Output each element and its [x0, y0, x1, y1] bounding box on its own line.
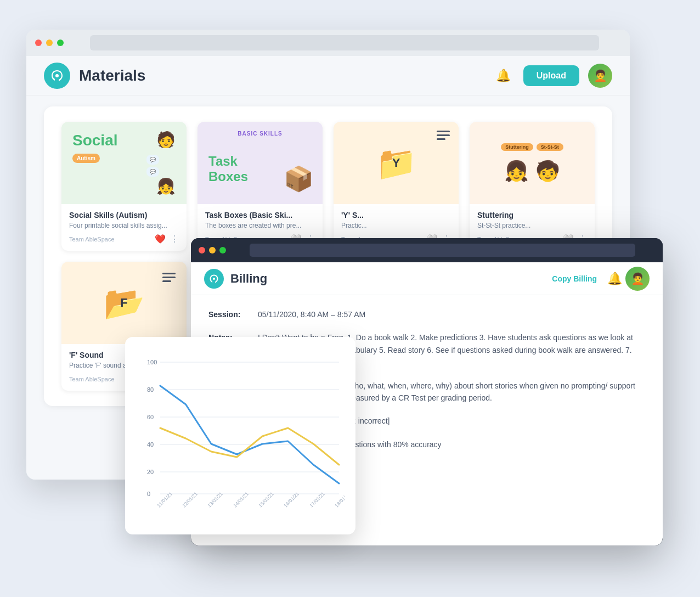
lines-decoration-f: [162, 273, 176, 282]
card-y-sound[interactable]: 📁 Y 'Y' S... Practic...: [334, 122, 459, 251]
card-task-image: BASIC SKILLS TaskBoxes 📦: [197, 122, 323, 204]
card-task-desc: The boxes are created with pre...: [205, 222, 315, 229]
card-social-desc: Four printable social skills assig...: [69, 222, 179, 229]
billing-title: Billing: [230, 272, 552, 286]
person2-emoji: 👧: [156, 177, 176, 195]
y-label-40: 40: [147, 441, 154, 448]
avatar-image: 🧑‍🦱: [594, 69, 607, 82]
face-avatars: 👧 🧒: [504, 160, 560, 183]
person1-emoji: 🧑: [156, 131, 176, 149]
app-logo: [44, 63, 70, 89]
app-header: Materials 🔔 Upload 🧑‍🦱: [26, 56, 630, 95]
card-speech-image: Stuttering St-St-St 👧 🧒: [470, 122, 595, 204]
traffic-light-yellow[interactable]: [46, 40, 53, 46]
upload-button[interactable]: Upload: [523, 65, 579, 86]
copy-billing-button[interactable]: Copy Billing: [552, 274, 597, 283]
user-avatar[interactable]: 🧑‍🦱: [588, 64, 612, 88]
more-options-button[interactable]: ⋮: [170, 234, 179, 244]
billing-logo: [204, 269, 224, 289]
chat-bubble2: 💬: [146, 167, 159, 177]
like-button[interactable]: ❤️: [155, 234, 166, 244]
billing-traffic-yellow[interactable]: [209, 247, 216, 254]
y-label-0: 0: [147, 491, 150, 497]
card-social-skills[interactable]: Social Autism 🧑 💬 💬 👧: [61, 122, 187, 251]
chart-svg: 100 80 60 40 20 0 11/01/21 12/01/21 13/0…: [136, 348, 345, 526]
autism-badge: Autism: [72, 154, 100, 163]
logo-icon: [49, 68, 65, 83]
y-illustration: 📁 Y: [334, 122, 459, 204]
billing-avatar[interactable]: 🧑‍🦱: [625, 267, 650, 291]
card-social-body: Social Skills (Autism) Four printable so…: [61, 204, 187, 251]
card-f-image: 📂 F: [61, 262, 187, 344]
y-label-60: 60: [147, 414, 154, 420]
social-avatars: 🧑: [156, 131, 176, 149]
lines-decoration: [437, 131, 450, 140]
card-speech[interactable]: Stuttering St-St-St 👧 🧒 Stuttering: [470, 122, 595, 251]
card-social-actions: ❤️ ⋮: [155, 234, 179, 244]
box-emoji: 📦: [284, 165, 314, 193]
notification-bell-button[interactable]: 🔔: [493, 65, 515, 87]
speech-illustration: Stuttering St-St-St 👧 🧒: [470, 122, 595, 204]
svg-point-1: [213, 277, 215, 279]
page-title: Materials: [79, 67, 493, 85]
basic-skills-label: BASIC SKILLS: [238, 131, 282, 137]
face2: 🧒: [535, 160, 560, 183]
billing-header: Billing Copy Billing 🔔 🧑‍🦱: [191, 262, 663, 295]
f-illustration: 📂 F: [61, 262, 187, 344]
card-social-title: Social Skills (Autism): [69, 211, 179, 219]
billing-bell-icon: 🔔: [607, 272, 622, 286]
traffic-light-red[interactable]: [35, 40, 42, 46]
card-task-title: Task Boxes (Basic Ski...: [205, 211, 315, 219]
speech-badges: Stuttering St-St-St: [501, 143, 563, 151]
svg-point-0: [55, 74, 59, 77]
y-letter: Y: [392, 156, 400, 170]
billing-titlebar: [191, 238, 663, 262]
card-social-image: Social Autism 🧑 💬 💬 👧: [61, 122, 187, 204]
billing-bell-button[interactable]: 🔔: [603, 268, 625, 290]
card-y-desc: Practic...: [341, 222, 451, 229]
session-label: Session:: [208, 308, 258, 320]
card-f-author: Team AbleSpace: [69, 376, 115, 382]
billing-address-bar[interactable]: [250, 244, 635, 257]
card-social-author: Team AbleSpace: [69, 236, 115, 243]
y-label-80: 80: [147, 386, 154, 393]
stuttering-badge: Stuttering: [501, 143, 533, 151]
f-letter: F: [120, 296, 127, 310]
task-illustration: BASIC SKILLS TaskBoxes 📦: [197, 122, 323, 204]
card-social-footer: Team AbleSpace ❤️ ⋮: [69, 234, 179, 244]
y-label-100: 100: [147, 359, 157, 365]
face1: 👧: [504, 160, 529, 183]
chat-bubbles: 💬 💬: [146, 155, 159, 177]
y-label-20: 20: [147, 469, 154, 475]
session-value: 05/11/2020, 8:40 AM – 8:57 AM: [258, 308, 645, 320]
billing-logo-icon: [208, 273, 219, 284]
chat-bubble1: 💬: [146, 155, 159, 165]
billing-traffic-red[interactable]: [199, 247, 205, 254]
yellow-line: [160, 428, 339, 465]
card-task-boxes[interactable]: BASIC SKILLS TaskBoxes 📦 Task Boxes (Bas…: [197, 122, 323, 251]
st-badge: St-St-St: [537, 143, 563, 151]
blue-line: [160, 386, 339, 483]
bell-icon: 🔔: [496, 69, 511, 83]
billing-avatar-image: 🧑‍🦱: [631, 272, 645, 285]
browser-titlebar: [26, 30, 630, 56]
header-actions: 🔔 Upload 🧑‍🦱: [493, 64, 612, 88]
task-big-text: TaskBoxes: [208, 154, 248, 184]
session-row: Session: 05/11/2020, 8:40 AM – 8:57 AM: [208, 308, 645, 320]
chart-window: 100 80 60 40 20 0 11/01/21 12/01/21 13/0…: [125, 337, 355, 534]
card-speech-desc: St-St-St practice...: [477, 222, 587, 229]
card-y-title: 'Y' S...: [341, 211, 451, 219]
address-bar[interactable]: [90, 35, 599, 50]
billing-traffic-green[interactable]: [219, 247, 226, 254]
card-y-image: 📁 Y: [334, 122, 459, 204]
card-speech-title: Stuttering: [477, 211, 587, 219]
social-text: Social: [72, 132, 117, 149]
traffic-light-green[interactable]: [57, 40, 64, 46]
social-illustration: Social Autism 🧑 💬 💬 👧: [61, 122, 187, 204]
